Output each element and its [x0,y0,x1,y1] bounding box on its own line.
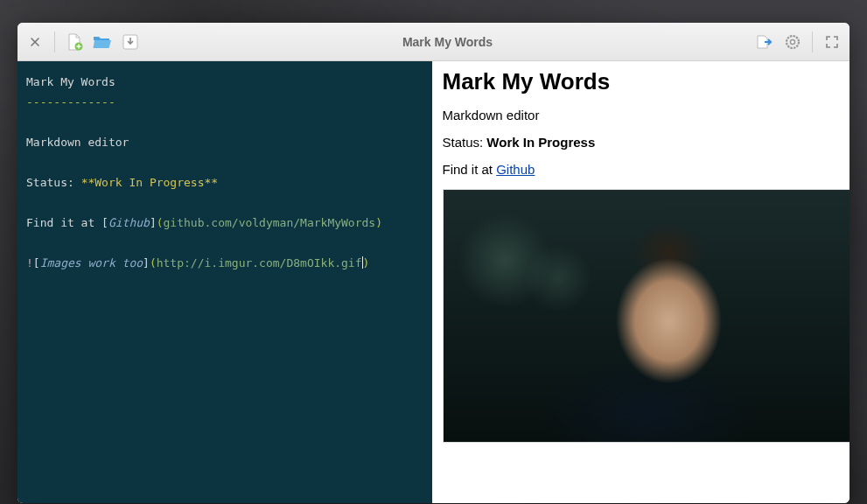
editor-line: Markdown editor [26,136,129,149]
open-file-button[interactable] [90,30,115,54]
editor-hr: ------------- [26,95,115,108]
gear-icon [785,34,801,50]
editor-line: Mark My Words [26,75,115,88]
preview-findit: Find it at Github [443,162,840,177]
content-split: Mark My Words ------------- Markdown edi… [17,61,850,503]
preview-heading: Mark My Words [443,68,840,95]
preview-subtitle: Markdown editor [443,108,840,122]
editor-line: Find it at [Github](github.com/voldyman/… [26,216,382,229]
close-button[interactable] [23,30,47,54]
export-icon [756,34,773,50]
fullscreen-button[interactable] [820,30,844,54]
markdown-editor[interactable]: Mark My Words ------------- Markdown edi… [17,61,432,503]
svg-point-3 [791,39,795,44]
fullscreen-icon [826,36,838,48]
save-button[interactable] [118,30,143,54]
download-icon [122,34,138,50]
separator [812,32,813,52]
titlebar[interactable]: Mark My Words [17,23,850,61]
window-title: Mark My Words [146,35,749,49]
export-button[interactable] [752,30,777,54]
editor-line: Status: **Work In Progress** [26,176,218,189]
new-file-button[interactable] [62,30,87,54]
new-file-icon [66,33,83,51]
markdown-preview: Mark My Words Markdown editor Status: Wo… [432,61,850,503]
app-window: Mark My Words Mark My Words ------------… [17,23,850,503]
settings-button[interactable] [780,30,805,54]
folder-open-icon [93,34,112,50]
close-icon [30,37,40,47]
preview-status: Status: Work In Progress [443,135,840,150]
editor-line: ![Images work too](http://i.imgur.com/D8… [26,256,369,270]
preview-image [443,189,850,443]
separator [54,32,55,52]
github-link[interactable]: Github [496,162,535,177]
